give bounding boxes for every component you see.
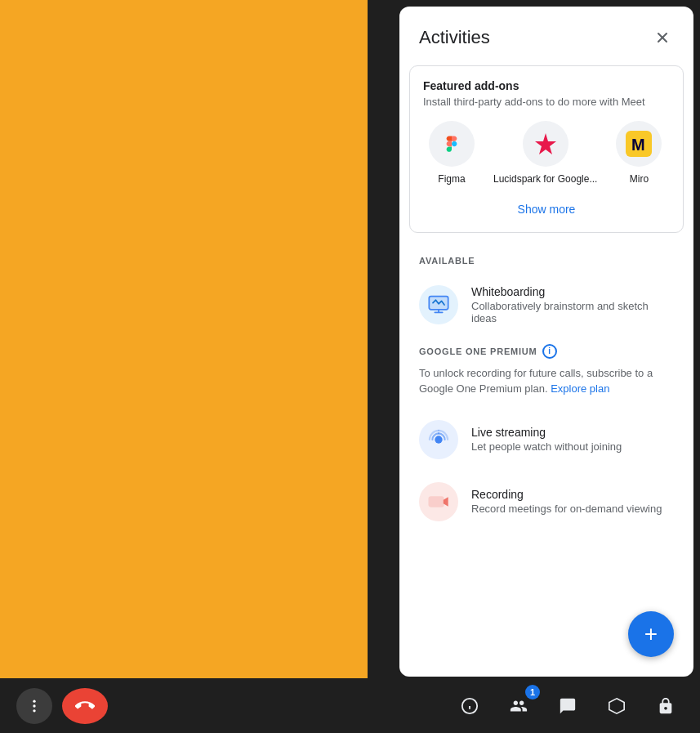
figma-icon (429, 121, 475, 167)
addon-lucidspark[interactable]: Lucidspark for Google... (493, 121, 597, 186)
addon-miro[interactable]: M Miro (610, 121, 667, 186)
lock-button[interactable] (648, 688, 684, 724)
whiteboarding-icon (419, 285, 458, 324)
svg-text:M: M (631, 136, 645, 154)
live-streaming-desc: Let people watch without joining (471, 440, 674, 453)
end-call-button[interactable] (62, 688, 108, 724)
whiteboarding-name: Whiteboarding (471, 285, 674, 298)
lucidspark-label: Lucidspark for Google... (493, 173, 597, 186)
svg-rect-7 (429, 497, 444, 507)
video-area (0, 0, 368, 678)
live-streaming-item[interactable]: Live streaming Let people watch without … (409, 410, 684, 469)
available-label: AVAILABLE (409, 249, 684, 275)
whiteboarding-text: Whiteboarding Collaboratively brainstorm… (471, 285, 674, 324)
activities-panel: Activities Featured add-ons Install thir… (399, 7, 693, 677)
close-button[interactable] (648, 23, 677, 52)
panel-header: Activities (399, 7, 693, 65)
explore-plan-link[interactable]: Explore plan (551, 382, 609, 395)
show-more-button[interactable]: Show more (511, 199, 582, 219)
panel-title: Activities (419, 27, 490, 48)
premium-section: GOOGLE ONE PREMIUM i To unlock recording… (409, 337, 684, 407)
live-streaming-text: Live streaming Let people watch without … (471, 426, 674, 453)
chat-button[interactable] (550, 688, 586, 724)
premium-label: GOOGLE ONE PREMIUM (419, 346, 537, 356)
miro-label: Miro (630, 173, 649, 186)
addon-figma[interactable]: Figma (423, 121, 480, 186)
premium-desc: To unlock recording for future calls, su… (409, 362, 684, 407)
fab-button[interactable]: + (628, 611, 674, 657)
activities-button[interactable] (599, 688, 635, 724)
live-streaming-icon (419, 420, 458, 459)
bottom-toolbar: 1 (0, 678, 700, 733)
recording-item[interactable]: Recording Record meetings for on-demand … (409, 472, 684, 531)
svg-point-8 (33, 699, 35, 702)
whiteboarding-item[interactable]: Whiteboarding Collaboratively brainstorm… (409, 275, 684, 334)
whiteboarding-desc: Collaboratively brainstorm and sketch id… (471, 300, 674, 324)
lucidspark-icon (523, 121, 568, 167)
svg-marker-14 (609, 698, 624, 713)
people-button-wrap: 1 (501, 688, 537, 724)
people-badge: 1 (525, 685, 540, 699)
toolbar-left (16, 688, 108, 724)
live-streaming-name: Live streaming (471, 426, 674, 439)
premium-info-icon[interactable]: i (542, 344, 557, 359)
svg-point-9 (33, 704, 35, 707)
svg-point-10 (33, 709, 35, 712)
panel-content: Featured add-ons Install third-party add… (399, 65, 693, 677)
recording-desc: Record meetings for on-demand viewing (471, 503, 674, 515)
recording-text: Recording Record meetings for on-demand … (471, 488, 674, 515)
miro-icon: M (616, 121, 662, 167)
info-button[interactable] (452, 688, 488, 724)
more-options-button[interactable] (16, 688, 52, 724)
premium-label-row: GOOGLE ONE PREMIUM i (409, 337, 684, 362)
addon-icons-row: Figma Lucidspark for Google... (423, 121, 670, 186)
recording-name: Recording (471, 488, 674, 501)
featured-subtitle: Install third-party add-ons to do more w… (423, 96, 670, 108)
svg-point-6 (435, 436, 442, 443)
toolbar-right: 1 (452, 688, 684, 724)
featured-addons-card: Featured add-ons Install third-party add… (409, 65, 684, 233)
figma-label: Figma (438, 173, 465, 186)
featured-title: Featured add-ons (423, 79, 670, 92)
recording-icon (419, 482, 458, 521)
